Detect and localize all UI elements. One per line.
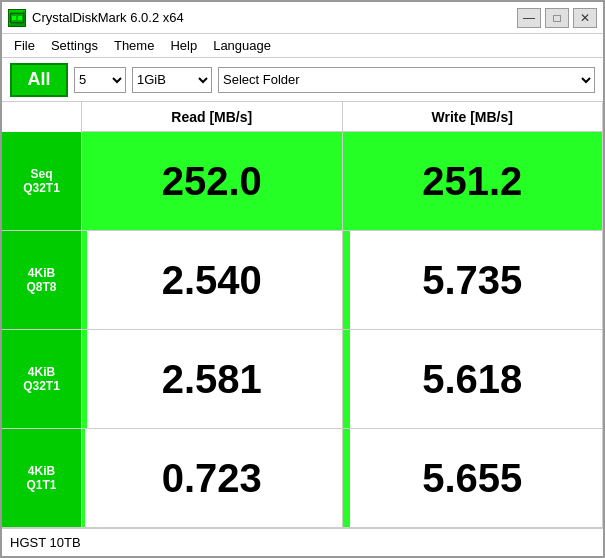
runs-select[interactable]: 5 1 3 9 — [74, 67, 126, 93]
write-value-2: 5.618 — [343, 330, 604, 428]
app-icon — [8, 9, 26, 27]
read-text-0: 252.0 — [162, 159, 262, 204]
read-text-1: 2.540 — [162, 258, 262, 303]
write-value-3: 5.655 — [343, 429, 604, 527]
all-button[interactable]: All — [10, 63, 68, 97]
window-controls: — □ ✕ — [517, 8, 597, 28]
table-row: SeqQ32T1252.0251.2 — [2, 132, 603, 231]
data-rows: SeqQ32T1252.0251.24KiBQ8T82.5405.7354KiB… — [2, 132, 603, 528]
table-row: 4KiBQ1T10.7235.655 — [2, 429, 603, 528]
menu-item-help[interactable]: Help — [162, 36, 205, 55]
write-bar-2 — [343, 330, 351, 428]
minimize-button[interactable]: — — [517, 8, 541, 28]
row-label-3: 4KiBQ1T1 — [2, 429, 82, 527]
toolbar: All 5 1 3 9 1GiB 512MiB 2GiB 4GiB Select… — [2, 58, 603, 102]
svg-rect-2 — [12, 16, 16, 20]
close-button[interactable]: ✕ — [573, 8, 597, 28]
table-row: 4KiBQ8T82.5405.735 — [2, 231, 603, 330]
row-label-0: SeqQ32T1 — [2, 132, 82, 230]
status-bar: HGST 10TB — [2, 528, 603, 556]
write-text-3: 5.655 — [422, 456, 522, 501]
read-bar-2 — [82, 330, 87, 428]
read-text-2: 2.581 — [162, 357, 262, 402]
write-bar-1 — [343, 231, 351, 329]
table-header: Read [MB/s] Write [MB/s] — [2, 102, 603, 132]
results-table: Read [MB/s] Write [MB/s] SeqQ32T1252.025… — [2, 102, 603, 528]
size-select[interactable]: 1GiB 512MiB 2GiB 4GiB — [132, 67, 212, 93]
read-text-3: 0.723 — [162, 456, 262, 501]
row-label-2: 4KiBQ32T1 — [2, 330, 82, 428]
menu-item-settings[interactable]: Settings — [43, 36, 106, 55]
write-bar-3 — [343, 429, 351, 527]
write-value-1: 5.735 — [343, 231, 604, 329]
write-header: Write [MB/s] — [343, 102, 604, 132]
window-title: CrystalDiskMark 6.0.2 x64 — [32, 10, 517, 25]
title-bar: CrystalDiskMark 6.0.2 x64 — □ ✕ — [2, 2, 603, 34]
drive-label: HGST 10TB — [10, 535, 81, 550]
app-window: CrystalDiskMark 6.0.2 x64 — □ ✕ FileSett… — [0, 0, 605, 558]
read-header: Read [MB/s] — [82, 102, 343, 132]
write-text-0: 251.2 — [422, 159, 522, 204]
folder-select[interactable]: Select Folder — [218, 67, 595, 93]
header-spacer — [2, 102, 82, 132]
read-bar-3 — [82, 429, 85, 527]
menu-item-file[interactable]: File — [6, 36, 43, 55]
menu-item-language[interactable]: Language — [205, 36, 279, 55]
read-value-3: 0.723 — [82, 429, 343, 527]
read-value-1: 2.540 — [82, 231, 343, 329]
write-text-2: 5.618 — [422, 357, 522, 402]
read-bar-1 — [82, 231, 87, 329]
maximize-button[interactable]: □ — [545, 8, 569, 28]
row-label-1: 4KiBQ8T8 — [2, 231, 82, 329]
svg-rect-3 — [18, 16, 22, 20]
read-value-0: 252.0 — [82, 132, 343, 230]
menu-item-theme[interactable]: Theme — [106, 36, 162, 55]
write-value-0: 251.2 — [343, 132, 604, 230]
menu-bar: FileSettingsThemeHelpLanguage — [2, 34, 603, 58]
table-row: 4KiBQ32T12.5815.618 — [2, 330, 603, 429]
write-text-1: 5.735 — [422, 258, 522, 303]
read-value-2: 2.581 — [82, 330, 343, 428]
